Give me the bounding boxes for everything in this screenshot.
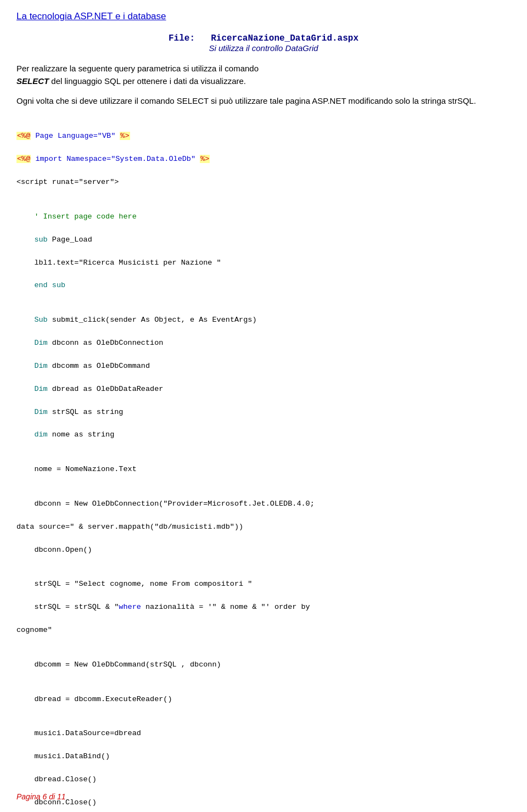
file-filename: RicercaNazione_DataGrid.aspx (211, 33, 358, 43)
select-keyword: SELECT (16, 76, 49, 86)
page-footer: Pagina 6 di 11 (16, 792, 66, 801)
intro-line1: Per realizzare la seguente query paramet… (16, 64, 259, 73)
note-paragraph: Ogni volta che si deve utilizzare il com… (16, 95, 511, 108)
intro-paragraph: Per realizzare la seguente query paramet… (16, 63, 511, 87)
file-label: File: (169, 33, 195, 43)
page-title: La tecnologia ASP.NET e i database (16, 11, 511, 22)
code-block: <%@ Page Language="VB" %> <%@ import Nam… (16, 117, 511, 813)
file-subtitle: Si utilizza il controllo DataGrid (16, 43, 511, 53)
intro-line2: del linguaggio SQL per ottenere i dati d… (49, 76, 246, 86)
file-header: File: RicercaNazione_DataGrid.aspx Si ut… (16, 33, 511, 53)
